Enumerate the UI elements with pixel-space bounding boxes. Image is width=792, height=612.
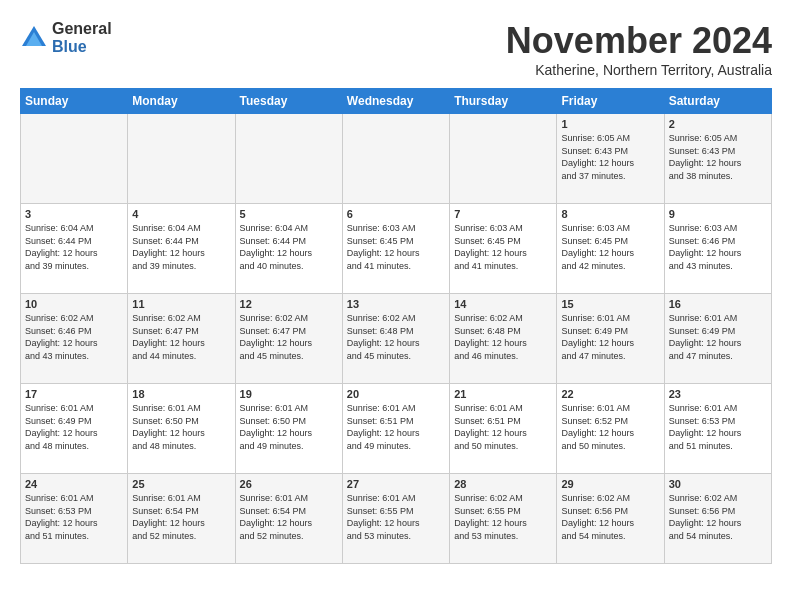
day-number: 23 xyxy=(669,388,767,400)
calendar-cell: 17Sunrise: 6:01 AM Sunset: 6:49 PM Dayli… xyxy=(21,384,128,474)
day-info: Sunrise: 6:03 AM Sunset: 6:45 PM Dayligh… xyxy=(561,222,659,272)
day-info: Sunrise: 6:02 AM Sunset: 6:48 PM Dayligh… xyxy=(347,312,445,362)
day-info: Sunrise: 6:01 AM Sunset: 6:54 PM Dayligh… xyxy=(240,492,338,542)
day-info: Sunrise: 6:01 AM Sunset: 6:49 PM Dayligh… xyxy=(561,312,659,362)
logo-text: General Blue xyxy=(52,20,112,55)
day-info: Sunrise: 6:01 AM Sunset: 6:55 PM Dayligh… xyxy=(347,492,445,542)
calendar-cell: 22Sunrise: 6:01 AM Sunset: 6:52 PM Dayli… xyxy=(557,384,664,474)
calendar-cell: 19Sunrise: 6:01 AM Sunset: 6:50 PM Dayli… xyxy=(235,384,342,474)
day-number: 13 xyxy=(347,298,445,310)
calendar-cell: 3Sunrise: 6:04 AM Sunset: 6:44 PM Daylig… xyxy=(21,204,128,294)
calendar-cell: 28Sunrise: 6:02 AM Sunset: 6:55 PM Dayli… xyxy=(450,474,557,564)
day-number: 30 xyxy=(669,478,767,490)
day-number: 14 xyxy=(454,298,552,310)
day-info: Sunrise: 6:01 AM Sunset: 6:50 PM Dayligh… xyxy=(132,402,230,452)
day-info: Sunrise: 6:02 AM Sunset: 6:55 PM Dayligh… xyxy=(454,492,552,542)
day-number: 17 xyxy=(25,388,123,400)
day-number: 6 xyxy=(347,208,445,220)
logo-blue: Blue xyxy=(52,38,112,56)
day-info: Sunrise: 6:01 AM Sunset: 6:51 PM Dayligh… xyxy=(454,402,552,452)
calendar-cell: 14Sunrise: 6:02 AM Sunset: 6:48 PM Dayli… xyxy=(450,294,557,384)
calendar-cell: 5Sunrise: 6:04 AM Sunset: 6:44 PM Daylig… xyxy=(235,204,342,294)
calendar-cell: 9Sunrise: 6:03 AM Sunset: 6:46 PM Daylig… xyxy=(664,204,771,294)
day-number: 1 xyxy=(561,118,659,130)
header-cell-tuesday: Tuesday xyxy=(235,89,342,114)
day-info: Sunrise: 6:05 AM Sunset: 6:43 PM Dayligh… xyxy=(561,132,659,182)
day-info: Sunrise: 6:01 AM Sunset: 6:49 PM Dayligh… xyxy=(669,312,767,362)
day-number: 21 xyxy=(454,388,552,400)
calendar-cell: 6Sunrise: 6:03 AM Sunset: 6:45 PM Daylig… xyxy=(342,204,449,294)
calendar-cell: 18Sunrise: 6:01 AM Sunset: 6:50 PM Dayli… xyxy=(128,384,235,474)
calendar-cell: 30Sunrise: 6:02 AM Sunset: 6:56 PM Dayli… xyxy=(664,474,771,564)
day-info: Sunrise: 6:02 AM Sunset: 6:56 PM Dayligh… xyxy=(561,492,659,542)
calendar-cell: 13Sunrise: 6:02 AM Sunset: 6:48 PM Dayli… xyxy=(342,294,449,384)
day-number: 16 xyxy=(669,298,767,310)
calendar-cell: 24Sunrise: 6:01 AM Sunset: 6:53 PM Dayli… xyxy=(21,474,128,564)
day-number: 20 xyxy=(347,388,445,400)
day-info: Sunrise: 6:05 AM Sunset: 6:43 PM Dayligh… xyxy=(669,132,767,182)
day-info: Sunrise: 6:01 AM Sunset: 6:49 PM Dayligh… xyxy=(25,402,123,452)
day-number: 7 xyxy=(454,208,552,220)
day-number: 22 xyxy=(561,388,659,400)
day-number: 12 xyxy=(240,298,338,310)
day-number: 5 xyxy=(240,208,338,220)
day-info: Sunrise: 6:04 AM Sunset: 6:44 PM Dayligh… xyxy=(25,222,123,272)
day-info: Sunrise: 6:02 AM Sunset: 6:48 PM Dayligh… xyxy=(454,312,552,362)
calendar-cell xyxy=(450,114,557,204)
day-info: Sunrise: 6:04 AM Sunset: 6:44 PM Dayligh… xyxy=(132,222,230,272)
day-number: 19 xyxy=(240,388,338,400)
day-number: 26 xyxy=(240,478,338,490)
calendar-cell: 25Sunrise: 6:01 AM Sunset: 6:54 PM Dayli… xyxy=(128,474,235,564)
header-cell-friday: Friday xyxy=(557,89,664,114)
calendar-cell: 21Sunrise: 6:01 AM Sunset: 6:51 PM Dayli… xyxy=(450,384,557,474)
header-cell-sunday: Sunday xyxy=(21,89,128,114)
logo-icon xyxy=(20,24,48,52)
calendar-cell: 2Sunrise: 6:05 AM Sunset: 6:43 PM Daylig… xyxy=(664,114,771,204)
day-info: Sunrise: 6:03 AM Sunset: 6:46 PM Dayligh… xyxy=(669,222,767,272)
calendar-cell: 29Sunrise: 6:02 AM Sunset: 6:56 PM Dayli… xyxy=(557,474,664,564)
header-cell-wednesday: Wednesday xyxy=(342,89,449,114)
calendar-cell: 27Sunrise: 6:01 AM Sunset: 6:55 PM Dayli… xyxy=(342,474,449,564)
week-row-3: 10Sunrise: 6:02 AM Sunset: 6:46 PM Dayli… xyxy=(21,294,772,384)
day-number: 9 xyxy=(669,208,767,220)
calendar-cell: 10Sunrise: 6:02 AM Sunset: 6:46 PM Dayli… xyxy=(21,294,128,384)
day-info: Sunrise: 6:01 AM Sunset: 6:50 PM Dayligh… xyxy=(240,402,338,452)
week-row-1: 1Sunrise: 6:05 AM Sunset: 6:43 PM Daylig… xyxy=(21,114,772,204)
calendar-cell: 7Sunrise: 6:03 AM Sunset: 6:45 PM Daylig… xyxy=(450,204,557,294)
day-number: 3 xyxy=(25,208,123,220)
day-info: Sunrise: 6:04 AM Sunset: 6:44 PM Dayligh… xyxy=(240,222,338,272)
calendar-cell: 16Sunrise: 6:01 AM Sunset: 6:49 PM Dayli… xyxy=(664,294,771,384)
day-number: 29 xyxy=(561,478,659,490)
day-info: Sunrise: 6:01 AM Sunset: 6:51 PM Dayligh… xyxy=(347,402,445,452)
header-cell-monday: Monday xyxy=(128,89,235,114)
week-row-4: 17Sunrise: 6:01 AM Sunset: 6:49 PM Dayli… xyxy=(21,384,772,474)
day-number: 28 xyxy=(454,478,552,490)
day-info: Sunrise: 6:01 AM Sunset: 6:53 PM Dayligh… xyxy=(669,402,767,452)
calendar-cell: 15Sunrise: 6:01 AM Sunset: 6:49 PM Dayli… xyxy=(557,294,664,384)
day-number: 8 xyxy=(561,208,659,220)
calendar-cell: 11Sunrise: 6:02 AM Sunset: 6:47 PM Dayli… xyxy=(128,294,235,384)
header-row: SundayMondayTuesdayWednesdayThursdayFrid… xyxy=(21,89,772,114)
day-number: 18 xyxy=(132,388,230,400)
day-number: 2 xyxy=(669,118,767,130)
title-block: November 2024 Katherine, Northern Territ… xyxy=(506,20,772,78)
calendar-table: SundayMondayTuesdayWednesdayThursdayFrid… xyxy=(20,88,772,564)
day-info: Sunrise: 6:01 AM Sunset: 6:52 PM Dayligh… xyxy=(561,402,659,452)
day-number: 25 xyxy=(132,478,230,490)
day-info: Sunrise: 6:01 AM Sunset: 6:54 PM Dayligh… xyxy=(132,492,230,542)
day-number: 15 xyxy=(561,298,659,310)
logo-general: General xyxy=(52,20,112,38)
calendar-cell xyxy=(235,114,342,204)
week-row-5: 24Sunrise: 6:01 AM Sunset: 6:53 PM Dayli… xyxy=(21,474,772,564)
calendar-cell: 1Sunrise: 6:05 AM Sunset: 6:43 PM Daylig… xyxy=(557,114,664,204)
page-header: General Blue November 2024 Katherine, No… xyxy=(20,20,772,78)
header-cell-saturday: Saturday xyxy=(664,89,771,114)
calendar-cell: 20Sunrise: 6:01 AM Sunset: 6:51 PM Dayli… xyxy=(342,384,449,474)
day-number: 10 xyxy=(25,298,123,310)
day-number: 27 xyxy=(347,478,445,490)
day-info: Sunrise: 6:02 AM Sunset: 6:56 PM Dayligh… xyxy=(669,492,767,542)
calendar-cell xyxy=(128,114,235,204)
day-info: Sunrise: 6:02 AM Sunset: 6:46 PM Dayligh… xyxy=(25,312,123,362)
week-row-2: 3Sunrise: 6:04 AM Sunset: 6:44 PM Daylig… xyxy=(21,204,772,294)
day-info: Sunrise: 6:03 AM Sunset: 6:45 PM Dayligh… xyxy=(454,222,552,272)
